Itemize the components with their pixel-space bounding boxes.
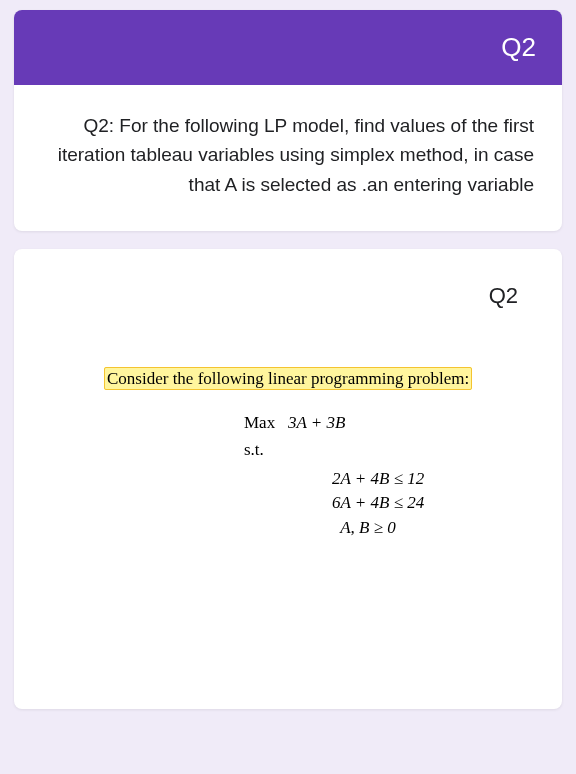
lp-constraint-1: 2A + 4B ≤ 12 <box>332 467 492 492</box>
lp-constraints: 2A + 4B ≤ 12 6A + 4B ≤ 24 A, B ≥ 0 <box>332 467 492 541</box>
lp-nonnegativity: A, B ≥ 0 <box>332 516 492 541</box>
question-content-card: Q2 Consider the following linear program… <box>14 249 562 709</box>
lp-constraint-2: 6A + 4B ≤ 24 <box>332 491 492 516</box>
lp-subject-to: s.t. <box>244 438 492 463</box>
question-text: Q2: For the following LP model, find val… <box>14 85 562 231</box>
lp-model: Max 3A + 3B s.t. 2A + 4B ≤ 12 6A + 4B ≤ … <box>244 411 492 540</box>
question-label: Q2 <box>44 283 532 309</box>
lp-objective: Max 3A + 3B <box>244 411 492 436</box>
problem-area: Consider the following linear programmin… <box>44 369 532 540</box>
question-header-card: Q2 Q2: For the following LP model, find … <box>14 10 562 231</box>
problem-intro-highlight: Consider the following linear programmin… <box>104 367 472 390</box>
header-title: Q2 <box>501 32 536 62</box>
form-header-bar: Q2 <box>14 10 562 85</box>
